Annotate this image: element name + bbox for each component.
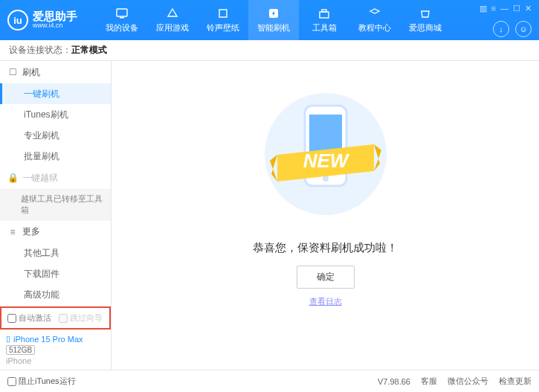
view-log-link[interactable]: 查看日志 — [309, 296, 342, 307]
minimize-icon[interactable]: — — [500, 4, 509, 13]
more-icon: ≡ — [7, 227, 18, 237]
success-illustration: NEW — [255, 83, 396, 232]
success-message: 恭喜您，保资料刷机成功啦！ — [253, 241, 398, 255]
sidebar-item-download-fw[interactable]: 下载固件 — [0, 264, 111, 285]
download-button[interactable]: ↓ — [493, 21, 509, 37]
nav-toolbox[interactable]: 工具箱 — [299, 0, 349, 40]
sidebar-item-pro[interactable]: 专业刷机 — [0, 125, 111, 146]
svg-rect-0 — [117, 9, 127, 16]
logo-icon: iu — [7, 10, 28, 30]
nav-flash[interactable]: 智能刷机 — [248, 0, 299, 40]
maximize-icon[interactable]: ☐ — [513, 4, 520, 13]
titlebar: iu 爱思助手 www.i4.cn 我的设备 应用游戏 铃声壁纸 智能刷机 工具… — [0, 0, 539, 40]
store-icon — [418, 7, 433, 20]
sidebar: ☐ 刷机 一键刷机 iTunes刷机 专业刷机 批量刷机 🔒 一键越狱 越狱工具… — [0, 61, 112, 370]
toolbox-icon — [317, 7, 332, 20]
skin-icon[interactable]: ≡ — [491, 4, 496, 13]
skip-guide-checkbox[interactable]: 跳过向导 — [59, 312, 103, 324]
close-icon[interactable]: ✕ — [525, 4, 532, 13]
device-storage: 512GB — [6, 345, 35, 355]
user-button[interactable]: ☺ — [515, 21, 532, 37]
footer-support[interactable]: 客服 — [421, 376, 437, 387]
top-nav: 我的设备 应用游戏 铃声壁纸 智能刷机 工具箱 教程中心 爱思商城 — [97, 0, 451, 40]
window-controls: ▥ ≡ — ☐ ✕ — [480, 4, 532, 13]
footer-wechat[interactable]: 微信公众号 — [448, 376, 488, 387]
ringtone-icon — [216, 7, 230, 20]
flash-icon — [266, 7, 281, 20]
svg-rect-4 — [320, 12, 329, 18]
apps-icon — [165, 7, 180, 20]
sidebar-group-more[interactable]: ≡ 更多 — [0, 221, 111, 243]
tutorial-icon — [367, 7, 382, 20]
sidebar-item-itunes[interactable]: iTunes刷机 — [0, 104, 111, 125]
sidebar-item-oneclick[interactable]: 一键刷机 — [0, 83, 111, 104]
device-type: iPhone — [6, 356, 105, 365]
flash-group-icon: ☐ — [7, 67, 18, 77]
nav-ringtones[interactable]: 铃声壁纸 — [198, 0, 248, 40]
sidebar-item-advanced[interactable]: 高级功能 — [0, 285, 111, 306]
menu-icon[interactable]: ▥ — [480, 4, 487, 13]
nav-store[interactable]: 爱思商城 — [400, 0, 451, 40]
connection-status: 设备连接状态：正常模式 — [0, 40, 539, 61]
svg-rect-5 — [322, 10, 326, 12]
nav-tutorials[interactable]: 教程中心 — [349, 0, 400, 40]
phone-icon: ▯ — [6, 334, 10, 344]
nav-apps[interactable]: 应用游戏 — [147, 0, 198, 40]
svg-rect-1 — [120, 17, 124, 19]
footer-update[interactable]: 检查更新 — [499, 376, 532, 387]
sidebar-item-other-tools[interactable]: 其他工具 — [0, 243, 111, 264]
version-label: V7.98.66 — [378, 377, 410, 386]
sidebar-options-box: 自动激活 跳过向导 — [0, 306, 111, 330]
footer: 阻止iTunes运行 V7.98.66 客服 微信公众号 检查更新 — [0, 370, 539, 392]
block-itunes-checkbox[interactable]: 阻止iTunes运行 — [7, 376, 76, 387]
app-logo: iu 爱思助手 www.i4.cn — [7, 10, 97, 30]
sidebar-group-jailbreak: 🔒 一键越狱 — [0, 167, 111, 189]
lock-icon: 🔒 — [7, 173, 18, 183]
svg-text:NEW: NEW — [303, 150, 349, 172]
sidebar-item-batch[interactable]: 批量刷机 — [0, 146, 111, 167]
app-name: 爱思助手 — [33, 10, 77, 23]
ok-button[interactable]: 确定 — [297, 266, 355, 289]
nav-my-device[interactable]: 我的设备 — [97, 0, 147, 40]
app-url: www.i4.cn — [33, 22, 77, 30]
main-panel: NEW 恭喜您，保资料刷机成功啦！ 确定 查看日志 — [112, 61, 539, 370]
device-name[interactable]: ▯ iPhone 15 Pro Max — [6, 334, 105, 344]
sidebar-group-flash[interactable]: ☐ 刷机 — [0, 61, 111, 83]
auto-activate-checkbox[interactable]: 自动激活 — [7, 312, 51, 324]
svg-rect-2 — [219, 10, 227, 17]
device-info: ▯ iPhone 15 Pro Max 512GB iPhone — [0, 330, 111, 370]
device-icon — [114, 7, 129, 20]
jailbreak-moved-note: 越狱工具已转移至工具箱 — [0, 189, 111, 221]
